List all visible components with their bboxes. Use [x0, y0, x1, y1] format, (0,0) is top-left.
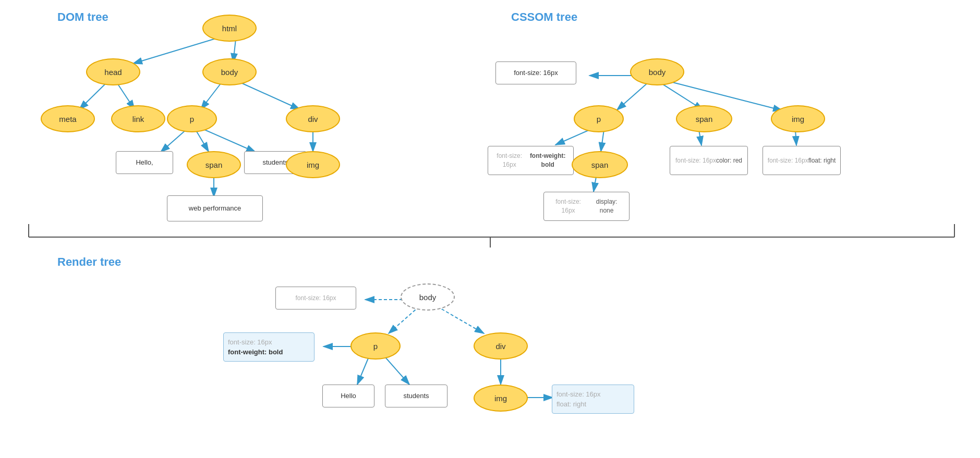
- dom-hello-node: Hello,: [116, 151, 173, 174]
- svg-line-2: [133, 38, 219, 64]
- svg-line-17: [555, 129, 591, 145]
- svg-line-27: [389, 306, 419, 333]
- svg-line-14: [617, 82, 648, 110]
- dom-webperf-node: web performance: [167, 195, 263, 221]
- render-tree-label: Render tree: [57, 255, 121, 269]
- svg-line-28: [437, 306, 484, 333]
- cssom-fontsize-span-node: font-size: 16px color: red: [670, 146, 748, 175]
- dom-html-node: html: [202, 15, 257, 42]
- svg-line-6: [201, 82, 222, 109]
- svg-line-4: [79, 82, 107, 109]
- cssom-fontsize-body-node: font-size: 16px: [495, 61, 576, 84]
- render-students-node: students: [385, 385, 447, 407]
- render-p-node: p: [350, 332, 401, 360]
- cssom-span-node: span: [676, 105, 732, 132]
- svg-line-8: [161, 129, 187, 152]
- cssom-body-node: body: [630, 58, 684, 85]
- cssom-fontsize-p-node: font-size: 16px font-weight: bold: [488, 146, 574, 175]
- dom-p-node: p: [167, 105, 217, 132]
- render-hello-node: Hello: [322, 385, 374, 407]
- dom-meta-node: meta: [41, 105, 95, 132]
- render-fontsize-img-node: font-size: 16px float: right: [552, 385, 634, 414]
- cssom-img-node: img: [771, 105, 825, 132]
- render-div-node: div: [474, 332, 528, 360]
- svg-line-16: [667, 81, 782, 110]
- svg-line-9: [196, 130, 209, 152]
- render-body-node: body: [401, 283, 455, 311]
- render-img-node: img: [474, 385, 528, 412]
- cssom-span2-node: span: [572, 151, 628, 178]
- svg-line-7: [240, 82, 300, 109]
- diagram-container: DOM tree CSSOM tree Render tree: [0, 0, 980, 458]
- render-fontsize-body-node: font-size: 16px: [275, 287, 356, 310]
- dom-span-node: span: [187, 151, 241, 178]
- dom-body-node: body: [202, 58, 257, 85]
- svg-line-18: [601, 130, 604, 152]
- cssom-tree-label: CSSOM tree: [511, 10, 577, 24]
- dom-head-node: head: [86, 58, 140, 85]
- dom-tree-label: DOM tree: [57, 10, 108, 24]
- cssom-fontsize-img-node: font-size: 16px float: right: [763, 146, 841, 175]
- dom-div-node: div: [286, 105, 340, 132]
- cssom-p-node: p: [574, 105, 624, 132]
- svg-line-10: [203, 129, 256, 152]
- dom-img-node: img: [286, 151, 340, 178]
- dom-link-node: link: [111, 105, 165, 132]
- cssom-fontsize-span2-node: font-size: 16px display: none: [543, 192, 630, 221]
- render-fontsize-p-node: font-size: 16px font-weight: bold: [223, 332, 314, 362]
